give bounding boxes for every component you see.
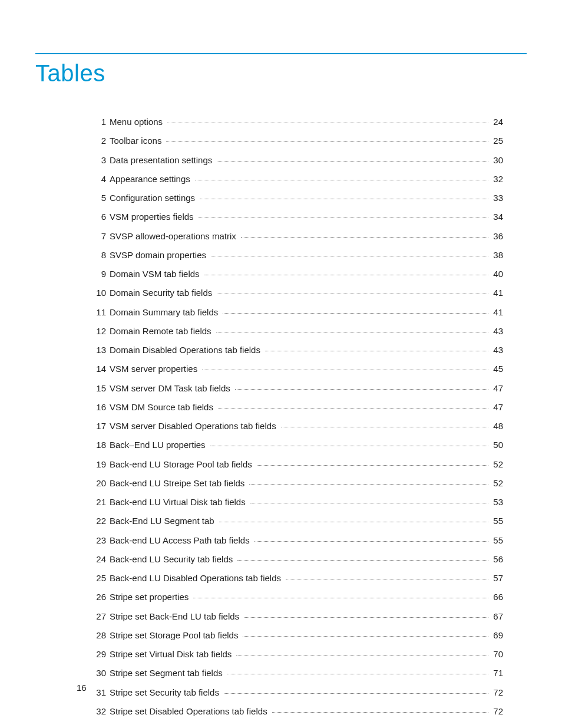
toc-entry[interactable]: 10Domain Security tab fields41: [88, 284, 503, 302]
toc-entry-number: 8: [88, 249, 110, 261]
toc-entry-page: 41: [491, 287, 503, 299]
document-page: Tables 1Menu options242Toolbar icons253D…: [0, 0, 562, 728]
toc-entry-label: Back–End LU properties: [110, 439, 208, 451]
page-number: 16: [77, 683, 87, 693]
toc-entry-label: SVSP domain properties: [110, 249, 209, 261]
toc-entry-leader: [244, 617, 488, 618]
toc-entry[interactable]: 18Back–End LU properties50: [88, 436, 503, 454]
toc-entry-label: Configuration settings: [110, 192, 197, 204]
toc-entry[interactable]: 3Data presentation settings30: [88, 151, 503, 170]
toc-entry-leader: [281, 427, 489, 427]
toc-entry-number: 29: [88, 648, 110, 660]
toc-entry-page: 45: [491, 363, 503, 375]
toc-entry-label: Appearance settings: [110, 173, 193, 185]
toc-entry[interactable]: 7SVSP allowed-operations matrix36: [88, 227, 503, 246]
toc-entry-leader: [218, 408, 488, 409]
toc-entry-number: 14: [88, 363, 110, 375]
toc-entry-page: 43: [491, 325, 503, 337]
toc-entry[interactable]: 4Appearance settings32: [88, 170, 503, 189]
toc-entry-number: 24: [88, 554, 110, 565]
toc-entry-page: 53: [491, 496, 503, 508]
toc-entry-leader: [193, 598, 488, 598]
toc-entry[interactable]: 11Domain Summary tab fields41: [88, 303, 503, 322]
toc-entry-label: Back-end LU Access Path tab fields: [110, 535, 252, 546]
toc-entry[interactable]: 31Stripe set Security tab fields72: [88, 683, 503, 702]
toc-entry-leader: [200, 199, 488, 199]
toc-entry-leader: [237, 560, 488, 561]
toc-entry[interactable]: 29Stripe set Virtual Disk tab fields70: [88, 645, 503, 664]
toc-entry[interactable]: 26Stripe set properties66: [88, 588, 503, 607]
toc-entry-page: 41: [491, 307, 503, 318]
toc-entry-leader: [199, 218, 489, 218]
toc-entry[interactable]: 12Domain Remote tab fields43: [88, 322, 503, 341]
toc-entry-label: VSM server DM Task tab fields: [110, 383, 233, 394]
toc-entry[interactable]: 19Back-end LU Storage Pool tab fields52: [88, 455, 503, 474]
toc-entry[interactable]: 21Back-end LU Virtual Disk tab fields53: [88, 493, 503, 512]
toc-entry[interactable]: 13Domain Disabled Operations tab fields4…: [88, 341, 503, 360]
toc-entry-number: 30: [88, 667, 110, 679]
toc-entry-page: 71: [491, 667, 503, 679]
toc-entry[interactable]: 23Back-end LU Access Path tab fields55: [88, 531, 503, 550]
toc-entry-leader: [254, 541, 489, 542]
toc-entry-page: 57: [491, 572, 503, 584]
toc-entry-page: 33: [491, 192, 503, 204]
toc-entry-leader: [224, 693, 488, 694]
toc-entry-page: 43: [491, 344, 503, 356]
toc-entry[interactable]: 22Back-End LU Segment tab55: [88, 512, 503, 531]
toc-entry-leader: [257, 465, 489, 466]
toc-entry[interactable]: 24Back-end LU Security tab fields56: [88, 550, 503, 569]
toc-entry-number: 9: [88, 268, 110, 280]
toc-entry-page: 56: [491, 554, 503, 565]
toc-entry-page: 34: [491, 211, 503, 223]
toc-entry-label: Stripe set Segment tab fields: [110, 667, 225, 679]
toc-entry[interactable]: 1Menu options24: [88, 113, 503, 131]
toc-entry-number: 21: [88, 496, 110, 508]
toc-entry[interactable]: 32Stripe set Disabled Operations tab fie…: [88, 702, 503, 721]
toc-entry-label: Stripe set Virtual Disk tab fields: [110, 648, 234, 660]
toc-entry[interactable]: 15VSM server DM Task tab fields47: [88, 379, 503, 398]
toc-entry-leader: [241, 237, 488, 238]
toc-entry-leader: [204, 275, 489, 275]
toc-entry-page: 47: [491, 401, 503, 413]
section-title: Tables: [35, 60, 527, 87]
toc-entry-page: 50: [491, 439, 503, 451]
toc-entry-label: Back-end LU Security tab fields: [110, 554, 235, 565]
toc-entry-leader: [272, 712, 489, 713]
toc-entry-label: VSM DM Source tab fields: [110, 401, 216, 413]
toc-entry-label: Back-end LU Virtual Disk tab fields: [110, 496, 248, 508]
toc-entry-leader: [166, 141, 488, 142]
toc-entry[interactable]: 2Toolbar icons25: [88, 131, 503, 150]
toc-entry-page: 36: [491, 230, 503, 242]
toc-entry-label: Back-End LU Segment tab: [110, 515, 217, 527]
toc-entry[interactable]: 28Stripe set Storage Pool tab fields69: [88, 626, 503, 645]
toc-entry[interactable]: 8SVSP domain properties38: [88, 246, 503, 265]
toc-entry-label: Stripe set Disabled Operations tab field…: [110, 706, 270, 717]
toc-entry-label: Menu options: [110, 116, 165, 128]
toc-entry-label: Domain Remote tab fields: [110, 325, 214, 337]
toc-entry-leader: [236, 655, 488, 655]
toc-entry-page: 72: [491, 706, 503, 717]
toc-entry[interactable]: 16VSM DM Source tab fields47: [88, 398, 503, 417]
toc-entry-number: 20: [88, 477, 110, 489]
toc-entry[interactable]: 20Back-end LU Streipe Set tab fields52: [88, 474, 503, 493]
toc-entry-leader: [217, 161, 488, 162]
toc-entry[interactable]: 5Configuration settings33: [88, 189, 503, 207]
toc-entry[interactable]: 27Stripe set Back-End LU tab fields67: [88, 607, 503, 626]
toc-entry-leader: [250, 503, 489, 503]
toc-entry-number: 22: [88, 515, 110, 527]
toc-entry-label: SVSP allowed-operations matrix: [110, 230, 239, 242]
toc-entry[interactable]: 14VSM server properties45: [88, 360, 503, 378]
toc-entry-page: 55: [491, 535, 503, 546]
table-of-contents: 1Menu options242Toolbar icons253Data pre…: [88, 113, 503, 721]
toc-entry-page: 38: [491, 249, 503, 261]
toc-entry[interactable]: 17VSM server Disabled Operations tab fie…: [88, 417, 503, 436]
toc-entry[interactable]: 25Back-end LU Disabled Operations tab fi…: [88, 569, 503, 588]
toc-entry-page: 52: [491, 459, 503, 470]
toc-entry[interactable]: 9Domain VSM tab fields40: [88, 265, 503, 284]
toc-entry-leader: [216, 332, 489, 332]
toc-entry-label: Data presentation settings: [110, 154, 214, 166]
toc-entry-number: 31: [88, 687, 110, 699]
toc-entry-leader: [227, 674, 489, 674]
toc-entry[interactable]: 30Stripe set Segment tab fields71: [88, 664, 503, 683]
toc-entry[interactable]: 6VSM properties fields34: [88, 207, 503, 226]
